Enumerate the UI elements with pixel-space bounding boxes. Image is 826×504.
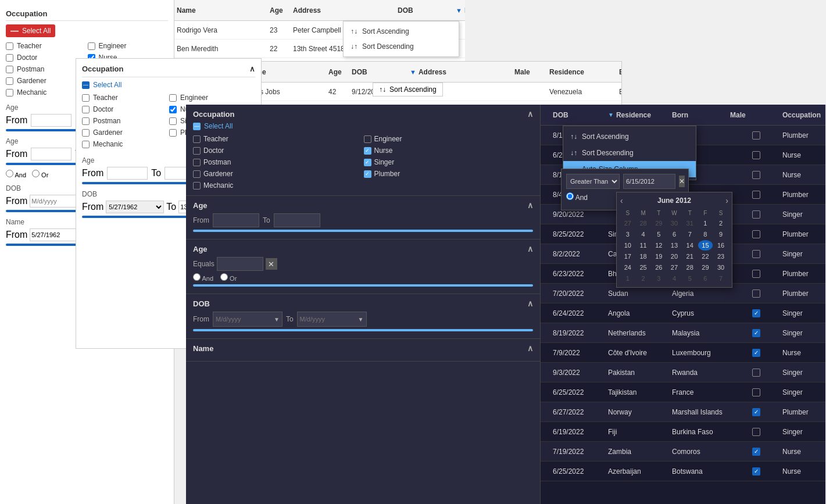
dk-sort-desc[interactable]: ↓↑ Sort Descending [563,145,696,161]
dark-name-collapse[interactable]: ∧ [527,344,533,353]
age-from-lp2[interactable] [107,167,148,180]
dark-age1-to-input[interactable] [274,213,320,227]
col2-born[interactable]: Born [619,68,622,76]
filter-and-label[interactable]: And [566,192,588,202]
cal-day[interactable]: 1 [620,273,635,284]
cal-day[interactable]: 2 [636,273,651,284]
cal-day[interactable]: 17 [620,251,635,262]
lp2-gardener-row[interactable]: Gardener [82,127,168,138]
mechanic-checkbox[interactable] [6,89,13,96]
dark-dob-from-input[interactable] [213,312,271,326]
dk-engineer-cb[interactable] [364,135,371,143]
dk-nurse-row[interactable]: ✓Nurse [364,145,534,156]
dark-occ-collapse[interactable]: ∧ [527,109,533,119]
dk-col-born[interactable]: Born [672,111,730,119]
engineer-checkbox[interactable] [88,42,95,50]
lp2-postman-row[interactable]: Postman [82,116,168,126]
dk-doctor-cb[interactable] [193,147,201,155]
dark-or-radio[interactable] [220,273,228,281]
col-residence[interactable]: ▼Residence [456,6,465,15]
cal-day[interactable]: 29 [698,262,713,273]
lp2-nurse-cb[interactable] [169,106,177,113]
dark-or-label[interactable]: Or [220,273,237,282]
dk-mechanic-row[interactable]: Mechanic [193,180,363,191]
cal-day[interactable]: 27 [620,218,635,228]
cal-prev-btn[interactable]: ‹ [620,196,623,205]
select-all-button[interactable]: — Select All [6,24,55,37]
sort-asc-item[interactable]: ↑↓ Sort Ascending [344,24,459,39]
dk-mechanic-cb[interactable] [193,182,201,190]
dk-postman-cb[interactable] [193,159,201,166]
dk-engineer-row[interactable]: Engineer [364,134,534,144]
dk-gardener-cb[interactable] [193,170,201,178]
lp2-engineer-row[interactable]: Engineer [169,92,255,103]
cal-next-btn[interactable]: › [725,196,728,205]
teacher-checkbox[interactable] [6,42,13,50]
postman-cb-row[interactable]: Postman [6,64,87,74]
and-radio-label[interactable]: And [6,170,26,178]
or-radio-label[interactable]: Or [32,170,48,178]
cal-day[interactable]: 9 [713,229,728,240]
dk-gardener-row[interactable]: Gardener [193,169,363,179]
cal-day[interactable]: 12 [651,240,666,251]
filter-condition-select[interactable]: Greater Than [566,174,620,189]
cal-day[interactable]: 28 [636,218,651,228]
col2-male[interactable]: Male [514,68,549,76]
cal-day[interactable]: 14 [682,240,698,251]
lp2-mechanic-row[interactable]: Mechanic [82,139,168,149]
dark-dob-to-chevron[interactable]: ▼ [356,316,366,323]
cal-day[interactable]: 5 [651,229,666,240]
sort-desc-item[interactable]: ↓↑ Sort Descending [344,39,459,54]
cal-day[interactable]: 3 [620,229,635,240]
cal-day[interactable]: 20 [667,251,682,262]
dk-col-occupation[interactable]: Occupation [782,111,825,119]
dk-col-male[interactable]: Male [730,111,782,119]
dk-sort-asc[interactable]: ↑↓ Sort Ascending [563,128,696,145]
dark-dob-collapse[interactable]: ∧ [527,299,533,308]
cal-day[interactable]: 6 [667,229,682,240]
lp2-doctor-row[interactable]: Doctor [82,104,168,115]
lp2-teacher-row[interactable]: Teacher [82,92,168,103]
cal-day[interactable]: 4 [667,273,682,284]
cal-day[interactable]: 4 [636,229,651,240]
cal-day[interactable]: 27 [667,262,682,273]
col2-address[interactable]: ▼Address [410,68,514,76]
dk-singer-row[interactable]: ✓Singer [364,157,534,167]
dk-doctor-row[interactable]: Doctor [193,145,363,156]
cal-day[interactable]: 31 [682,218,698,228]
cal-day[interactable]: 10 [620,240,635,251]
cal-day[interactable]: 1 [698,218,713,228]
cal-today[interactable]: 15 [698,240,713,251]
postman-checkbox[interactable] [6,66,13,73]
lp2-mechanic-cb[interactable] [82,141,90,148]
cal-day[interactable]: 2 [713,218,728,228]
lp2-engineer-cb[interactable] [169,94,177,102]
cal-day[interactable]: 28 [682,262,698,273]
dk-plumber-row[interactable]: ✓Plumber [364,169,534,179]
cal-day[interactable]: 21 [682,251,698,262]
cal-day[interactable]: 7 [682,229,698,240]
dark-select-all[interactable]: — Select All [193,122,533,130]
dark-age1-collapse[interactable]: ∧ [527,201,533,210]
dk-col-dob[interactable]: DOB [553,111,608,119]
teacher-cb-row[interactable]: Teacher [6,41,87,51]
cal-day[interactable]: 23 [713,251,728,262]
age-from-input[interactable] [31,114,71,127]
cal-day[interactable]: 30 [667,218,682,228]
dark-age1-from-input[interactable] [213,213,259,227]
cal-day[interactable]: 26 [651,262,666,273]
dark-and-radio[interactable] [193,273,201,281]
col2-dob[interactable]: DOB [352,68,410,76]
filter-and-radio[interactable] [566,192,574,200]
select-all-row-lp2[interactable]: — Select All [82,81,255,89]
age-from-input2[interactable] [31,148,71,160]
lp2-doctor-cb[interactable] [82,106,90,113]
filter-close-btn[interactable]: ✕ [679,176,685,187]
cal-day[interactable]: 8 [698,229,713,240]
col2-residence[interactable]: Residence [549,68,619,76]
lp2-singer-cb[interactable] [169,117,177,125]
col2-age[interactable]: Age [328,68,352,76]
cal-day[interactable]: 24 [620,262,635,273]
cal-day[interactable]: 13 [667,240,682,251]
gardener-cb-row[interactable]: Gardener [6,76,87,86]
